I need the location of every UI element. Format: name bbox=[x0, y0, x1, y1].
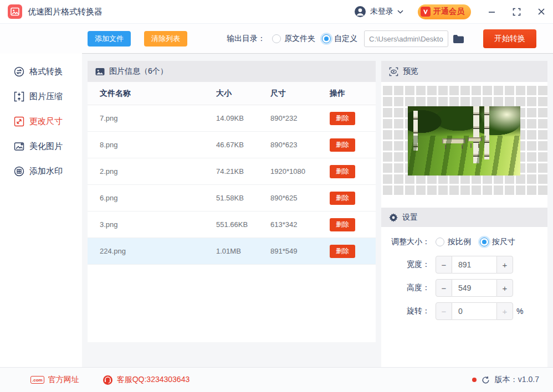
height-stepper: − + bbox=[436, 279, 513, 297]
version-label: 版本：v1.0.7 bbox=[495, 375, 539, 385]
sidebar-item-label: 图片压缩 bbox=[29, 91, 63, 102]
toolbar: 添加文件 清除列表 输出目录： 原文件夹 自定义 开始转换 bbox=[0, 24, 553, 54]
browse-folder-icon[interactable] bbox=[453, 34, 464, 44]
column-actions: 操作 bbox=[330, 89, 376, 99]
width-stepper: − + bbox=[436, 256, 513, 274]
check-update-icon[interactable] bbox=[482, 376, 490, 384]
image-info-icon bbox=[95, 67, 105, 76]
sidebar-item-label: 添加水印 bbox=[29, 166, 63, 177]
table-row-selected[interactable]: 224.png 1.01MB 891*549 删除 bbox=[88, 238, 376, 265]
delete-button[interactable]: 删除 bbox=[330, 192, 355, 205]
preview-title: 预览 bbox=[403, 66, 418, 76]
maximize-button[interactable] bbox=[513, 8, 521, 16]
image-info-header: 图片信息（6个） bbox=[88, 61, 376, 82]
height-label: 高度： bbox=[381, 283, 430, 293]
resize-mode-label: 调整大小： bbox=[381, 237, 430, 247]
app-logo-icon bbox=[8, 4, 22, 19]
output-dir-label: 输出目录： bbox=[227, 34, 265, 44]
beautify-image-icon bbox=[14, 141, 24, 152]
table-row[interactable]: 8.png 46.67KB 890*623 删除 bbox=[88, 132, 376, 158]
minimize-button[interactable] bbox=[488, 8, 496, 16]
park-bench bbox=[468, 137, 482, 141]
app-title: 优速图片格式转换器 bbox=[28, 7, 103, 17]
cell-dimensions: 890*623 bbox=[270, 141, 330, 149]
radio-by-size[interactable]: 按尺寸 bbox=[480, 237, 515, 247]
height-input[interactable] bbox=[452, 279, 496, 297]
radio-custom-folder-control[interactable] bbox=[322, 34, 331, 43]
cell-size: 551.66KB bbox=[216, 220, 270, 229]
cell-size: 51.58KB bbox=[216, 194, 270, 202]
delete-button[interactable]: 删除 bbox=[330, 138, 355, 152]
sidebar-item-format-convert[interactable]: 格式转换 bbox=[0, 59, 82, 84]
park-bench bbox=[442, 138, 465, 143]
delete-button[interactable]: 删除 bbox=[330, 112, 355, 125]
rotate-unit-label: % bbox=[516, 307, 523, 316]
height-decrement-button[interactable]: − bbox=[436, 279, 452, 297]
vip-icon bbox=[421, 7, 431, 17]
table-row[interactable]: 6.png 51.58KB 890*625 删除 bbox=[88, 185, 376, 212]
cell-size: 14.09KB bbox=[216, 114, 270, 122]
preview-transparency-grid bbox=[381, 86, 547, 197]
support-qq-link[interactable]: 客服QQ:3234303643 bbox=[103, 375, 190, 385]
sidebar-item-compress[interactable]: 图片压缩 bbox=[0, 84, 82, 109]
table-row[interactable]: 2.png 74.21KB 1920*1080 删除 bbox=[88, 158, 376, 185]
column-dimensions: 尺寸 bbox=[270, 89, 330, 99]
rotate-decrement-button[interactable]: − bbox=[436, 302, 452, 320]
cell-filename: 224.png bbox=[100, 247, 216, 255]
add-files-button[interactable]: 添加文件 bbox=[88, 31, 131, 47]
vip-upgrade-button[interactable]: 开通会员 bbox=[418, 4, 471, 19]
login-status-label: 未登录 bbox=[370, 7, 393, 17]
app-window: 优速图片格式转换器 未登录 开通会员 bbox=[0, 0, 553, 392]
width-increment-button[interactable]: + bbox=[496, 256, 513, 274]
image-info-title: 图片信息（6个） bbox=[109, 66, 168, 76]
sidebar-item-label: 格式转换 bbox=[29, 66, 63, 77]
clear-list-button[interactable]: 清除列表 bbox=[144, 31, 187, 47]
sidebar-item-resize[interactable]: 更改尺寸 bbox=[0, 109, 82, 134]
output-path-input[interactable] bbox=[364, 30, 448, 47]
gear-icon bbox=[389, 213, 398, 222]
tree-trunk bbox=[484, 106, 489, 159]
delete-button[interactable]: 删除 bbox=[330, 165, 355, 178]
official-website-link[interactable]: .com 官方网址 bbox=[30, 375, 79, 385]
radio-by-size-control[interactable] bbox=[480, 238, 489, 246]
rotate-input[interactable] bbox=[452, 302, 496, 320]
radio-by-ratio[interactable]: 按比例 bbox=[436, 237, 471, 247]
table-empty-area bbox=[88, 265, 376, 342]
height-increment-button[interactable]: + bbox=[496, 279, 513, 297]
radio-by-ratio-control[interactable] bbox=[436, 238, 444, 246]
delete-button[interactable]: 删除 bbox=[330, 245, 355, 258]
radio-original-folder[interactable]: 原文件夹 bbox=[272, 34, 315, 44]
rotate-label: 旋转： bbox=[381, 306, 430, 316]
column-size: 大小 bbox=[216, 89, 270, 99]
cell-dimensions: 1920*1080 bbox=[270, 167, 330, 176]
sidebar-item-watermark[interactable]: 添加水印 bbox=[0, 159, 82, 184]
convert-icon bbox=[14, 66, 24, 77]
tree-trunk bbox=[473, 106, 479, 163]
table-row[interactable]: 7.png 14.09KB 890*232 删除 bbox=[88, 105, 376, 132]
width-label: 宽度： bbox=[381, 260, 430, 270]
start-convert-button[interactable]: 开始转换 bbox=[483, 29, 536, 48]
cell-size: 74.21KB bbox=[216, 167, 270, 176]
preview-image bbox=[408, 106, 520, 176]
website-com-icon: .com bbox=[30, 376, 44, 384]
settings-header: 设置 bbox=[381, 208, 547, 227]
delete-button[interactable]: 删除 bbox=[330, 218, 355, 231]
cell-size: 46.67KB bbox=[216, 141, 270, 149]
radio-original-folder-control[interactable] bbox=[272, 34, 281, 43]
width-decrement-button[interactable]: − bbox=[436, 256, 452, 274]
cell-dimensions: 890*232 bbox=[270, 114, 330, 122]
cell-filename: 3.png bbox=[100, 220, 216, 229]
sidebar-item-beautify[interactable]: 美化图片 bbox=[0, 134, 82, 159]
width-input[interactable] bbox=[452, 256, 496, 274]
sidebar-item-label: 美化图片 bbox=[29, 141, 63, 152]
table-row[interactable]: 3.png 551.66KB 613*342 删除 bbox=[88, 212, 376, 238]
status-dot bbox=[472, 378, 477, 382]
cell-filename: 6.png bbox=[100, 194, 216, 202]
rotate-increment-button[interactable]: + bbox=[496, 302, 513, 320]
vip-button-label: 开通会员 bbox=[433, 7, 464, 17]
close-button[interactable] bbox=[537, 8, 545, 16]
login-dropdown[interactable]: 未登录 bbox=[354, 6, 403, 18]
resize-icon bbox=[14, 116, 24, 127]
radio-custom-folder[interactable]: 自定义 bbox=[322, 34, 357, 44]
sidebar: 格式转换 图片压缩 更改尺寸 美化图片 bbox=[0, 54, 82, 367]
